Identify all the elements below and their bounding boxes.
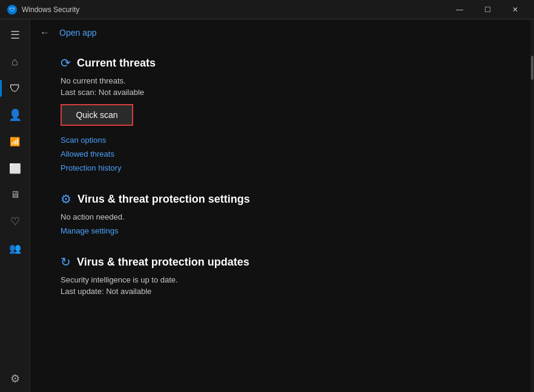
protection-updates-icon: ↻ <box>61 255 71 269</box>
browser-icon: ⬜ <box>9 163 21 174</box>
manage-settings-link[interactable]: Manage settings <box>61 226 511 235</box>
home-icon: ⌂ <box>12 56 18 68</box>
account-icon: 👤 <box>8 108 22 122</box>
sidebar-item-settings[interactable]: ⚙ <box>0 365 30 392</box>
protection-settings-section: ⚙ Virus & threat protection settings No … <box>61 192 511 235</box>
sidebar-bottom: ⚙ <box>0 365 30 392</box>
app-icon: 🛡 <box>7 5 17 15</box>
protection-updates-header: ↻ Virus & threat protection updates <box>61 255 511 269</box>
protection-settings-desc: No action needed. <box>61 212 511 221</box>
protection-history-link[interactable]: Protection history <box>61 163 511 172</box>
sidebar-item-app-browser[interactable]: ⬜ <box>0 155 30 181</box>
sidebar-item-menu[interactable]: ☰ <box>0 22 30 48</box>
page-content: ⟳ Current threats No current threats. La… <box>30 46 530 392</box>
sidebar-item-family[interactable]: 👥 <box>0 235 30 261</box>
sidebar-item-health[interactable]: ♡ <box>0 208 30 235</box>
app-title: Windows Security <box>22 5 79 14</box>
titlebar: 🛡 Windows Security — ☐ ✕ <box>0 0 534 19</box>
sidebar-item-network[interactable]: 📶 <box>0 128 30 155</box>
open-app-link[interactable]: Open app <box>59 28 97 38</box>
device-icon: 🖥 <box>10 189 20 200</box>
family-icon: 👥 <box>9 243 21 254</box>
top-nav: ← Open app <box>30 19 530 46</box>
sidebar-item-home[interactable]: ⌂ <box>0 48 30 75</box>
last-update-text: Last update: Not available <box>61 287 511 296</box>
scrollbar[interactable] <box>530 19 534 392</box>
content-area: ← Open app ⟳ Current threats No current … <box>30 19 530 392</box>
back-button[interactable]: ← <box>40 27 50 38</box>
no-threats-text: No current threats. <box>61 76 511 85</box>
scrollbar-thumb[interactable] <box>531 56 533 80</box>
current-threats-title: Current threats <box>77 57 156 70</box>
quick-scan-button[interactable]: Quick scan <box>61 104 133 126</box>
allowed-threats-link[interactable]: Allowed threats <box>61 149 511 158</box>
protection-updates-section: ↻ Virus & threat protection updates Secu… <box>61 255 511 296</box>
restore-button[interactable]: ☐ <box>473 0 501 19</box>
shield-icon: 🛡 <box>10 82 21 95</box>
protection-settings-title: Virus & threat protection settings <box>77 193 250 206</box>
sidebar-item-account[interactable]: 👤 <box>0 102 30 128</box>
current-threats-section: ⟳ Current threats No current threats. La… <box>61 56 511 172</box>
app-body: ☰ ⌂ 🛡 👤 📶 ⬜ 🖥 ♡ 👥 ⚙ <box>0 19 534 392</box>
menu-icon: ☰ <box>10 28 20 42</box>
network-icon: 📶 <box>10 137 20 146</box>
last-scan-text: Last scan: Not available <box>61 88 511 97</box>
scan-options-link[interactable]: Scan options <box>61 136 511 145</box>
close-button[interactable]: ✕ <box>501 0 529 19</box>
window-controls: — ☐ ✕ <box>446 0 529 19</box>
minimize-button[interactable]: — <box>446 0 473 19</box>
settings-icon: ⚙ <box>10 372 20 385</box>
protection-settings-icon: ⚙ <box>61 192 71 206</box>
protection-updates-desc: Security intelligence is up to date. <box>61 275 511 284</box>
current-threats-icon: ⟳ <box>61 56 71 70</box>
sidebar-item-shield[interactable]: 🛡 <box>0 75 30 102</box>
protection-settings-header: ⚙ Virus & threat protection settings <box>61 192 511 206</box>
current-threats-header: ⟳ Current threats <box>61 56 511 70</box>
health-icon: ♡ <box>10 215 20 228</box>
titlebar-left: 🛡 Windows Security <box>7 5 79 15</box>
sidebar-item-device[interactable]: 🖥 <box>0 181 30 208</box>
sidebar: ☰ ⌂ 🛡 👤 📶 ⬜ 🖥 ♡ 👥 ⚙ <box>0 19 30 392</box>
protection-updates-title: Virus & threat protection updates <box>77 256 249 269</box>
